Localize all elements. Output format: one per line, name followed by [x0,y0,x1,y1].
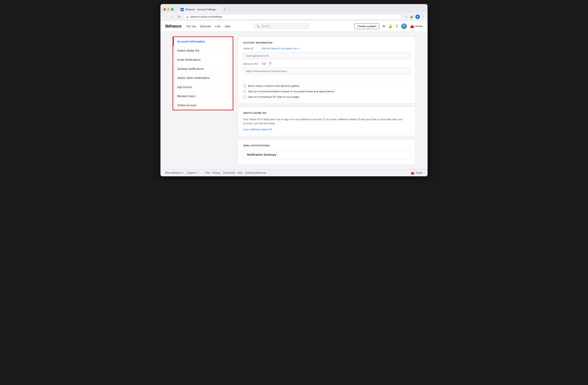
footer-help-link[interactable]: Help [238,171,243,174]
page-footer: More Behance ▾ | English ▾ | TOU Privacy… [160,169,428,176]
refresh-button[interactable]: ↻ [177,15,181,19]
mature-content-checkbox[interactable] [243,85,246,87]
sidebar-item-desktop-notifications[interactable]: Desktop Notifications [173,64,233,73]
mature-content-label: Block mature content in the Behance gall… [248,85,299,87]
more-behance-dropdown[interactable]: More Behance ▾ [165,171,183,174]
grid-icon[interactable]: ⠿ [396,24,398,28]
checkbox-mature-content: Block mature content in the Behance gall… [243,85,410,87]
language-arrow: ▾ [196,171,197,174]
adobe-id-label: Adobe ID [243,47,259,50]
external-link-icon: ↗ [298,47,300,50]
nav-discover[interactable]: Discover [200,25,211,28]
footer-left: More Behance ▾ | English ▾ | TOU Privacy… [165,171,266,174]
account-information-card: ACCOUNT INFORMATION Adobe ID Edit this A… [238,36,415,104]
svg-point-1 [403,24,405,26]
browser-profile-button[interactable]: B [415,15,420,19]
search-icon: 🔍 [256,25,260,28]
nav-jobs[interactable]: Jobs [224,25,231,28]
footer-links: TOU Privacy Community Help Cookie prefer… [205,171,266,174]
nav-live[interactable]: Live [215,25,221,28]
user-avatar[interactable] [401,23,407,29]
close-button[interactable] [163,8,166,11]
footer-right: Adobe [411,171,423,174]
create-project-button[interactable]: Create a project [355,23,379,29]
exif-checkbox[interactable] [243,96,246,98]
extension-icon[interactable]: 🧩 [410,15,413,19]
use-different-adobe-id-link[interactable]: Use a different Adobe ID [243,128,272,131]
maximize-button[interactable] [171,8,174,11]
footer-separator-1: | [185,171,185,174]
search-placeholder: Search... [261,25,272,28]
edit-adobe-id-text: Edit this Adobe ID on Adobe.com [262,47,297,50]
star-icon[interactable]: ☆ [405,15,408,19]
sidebar-item-app-access[interactable]: App Access [173,83,233,92]
adobe-id-row: Adobe ID Edit this Adobe ID on Adobe.com… [243,47,410,50]
behance-url-input[interactable] [243,68,410,74]
account-info-section-title: ACCOUNT INFORMATION [243,42,410,44]
address-bar[interactable]: 🔒 behance.net/account/settings [183,14,402,20]
footer-adobe-label: Adobe [416,171,423,174]
sidebar: Account Information Switch Adobe IDs Ema… [173,36,233,110]
footer-privacy-link[interactable]: Privacy [212,171,220,174]
page-content: Bēhance For You Discover Live Jobs 🔍 Sea… [160,21,428,176]
lock-icon: 🔒 [186,16,189,18]
address-bar-row: ← → ↻ 🔒 behance.net/account/settings ☆ 🧩… [160,13,428,21]
browser-toolbar: ☆ 🧩 B ⋮ [405,15,425,19]
footer-community-link[interactable]: Community [223,171,235,174]
edit-adobe-id-link[interactable]: Edit this Adobe ID on Adobe.com ↗ [262,47,300,50]
behance-url-label: Behance URL [243,63,259,65]
footer-cookie-link[interactable]: Cookie preferences [245,171,266,174]
behance-logo: Bēhance [165,24,182,28]
minimize-button[interactable] [167,8,170,11]
email-notifications-card: EMAIL NOTIFICATIONS Notification Summary [238,139,415,164]
bell-icon[interactable]: 🔔 [388,24,392,28]
main-content: ACCOUNT INFORMATION Adobe ID Edit this A… [238,36,415,164]
search-bar[interactable]: 🔍 Search... [253,23,310,29]
switch-adobe-ids-description: Your Adobe ID is what you'll use to sign… [243,117,410,125]
main-layout: Account Information Switch Adobe IDs Ema… [160,32,428,169]
switch-adobe-ids-title: SWITCH ADOBE IDS [243,112,410,114]
browser-window: Be Behance :: Account Settings × + ← → ↻… [160,4,428,176]
nav-links: For You Discover Live Jobs [186,25,231,28]
footer-tou-link[interactable]: TOU [205,171,210,174]
new-tab-button[interactable]: + [222,6,228,13]
more-behance-arrow: ▾ [182,171,183,174]
email-notifications-title: EMAIL NOTIFICATIONS [243,144,410,147]
sidebar-item-switch-adobe-ids[interactable]: Switch Adobe IDs [173,46,233,55]
sidebar-item-adobe-talent-notifications[interactable]: Adobe Talent Notifications [173,73,233,83]
top-nav: Bēhance For You Discover Live Jobs 🔍 Sea… [160,21,428,32]
footer-separator-2: | [199,171,199,174]
language-label: English [187,171,195,174]
adobe-logo: Adobe [410,25,423,28]
nav-for-you[interactable]: For You [186,25,196,28]
browser-menu-icon[interactable]: ⋮ [422,15,425,19]
notification-summary: Notification Summary [243,150,410,159]
sidebar-item-blocked-users[interactable]: Blocked Users [173,92,233,101]
sidebar-item-account-information[interactable]: Account Information [173,37,233,46]
edit-url-link[interactable]: Edit [262,63,266,65]
tab-favicon: Be [181,8,184,11]
tab-bar: Be Behance :: Account Settings × + [178,6,228,13]
more-behance-label: More Behance [165,171,181,174]
switch-adobe-ids-card: SWITCH ADOBE IDS Your Adobe ID is what y… [238,107,415,136]
back-button[interactable]: ← [163,15,168,19]
mail-icon[interactable]: ✉ [382,24,385,28]
recommendations-label: Opt out of recommendations based on my p… [248,90,335,93]
nav-right: Create a project ✉ 🔔 ⠿ Adobe [355,23,423,29]
sidebar-item-delete-account[interactable]: Delete Account [173,101,233,110]
active-tab[interactable]: Be Behance :: Account Settings × [178,6,222,13]
checkbox-exif: Opt out of showing EXIF data on my image… [243,95,410,98]
recommendations-checkbox[interactable] [243,90,246,93]
email-input[interactable] [243,52,410,59]
behance-url-row: Behance URL Edit ❓ [243,62,410,65]
address-text: behance.net/account/settings [190,15,399,18]
checkbox-recommendations: Opt out of recommendations based on my p… [243,90,410,93]
language-dropdown[interactable]: English ▾ [187,171,197,174]
browser-titlebar: Be Behance :: Account Settings × + [160,4,428,13]
tab-close-button[interactable]: × [217,8,219,11]
forward-button[interactable]: → [170,15,175,19]
adobe-label: Adobe [415,25,423,28]
exif-label: Opt out of showing EXIF data on my image… [248,95,299,98]
help-icon[interactable]: ❓ [269,62,272,65]
sidebar-item-email-notifications[interactable]: Email Notifications [173,55,233,64]
